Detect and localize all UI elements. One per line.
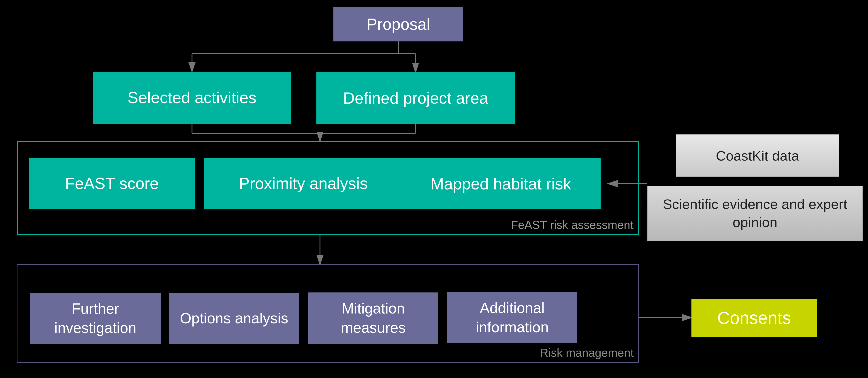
additional-information-box: Additional information <box>447 292 577 343</box>
options-analysis-label: Options analysis <box>180 309 288 328</box>
mapped-habitat-risk-box: Mapped habitat risk <box>401 158 600 209</box>
further-investigation-box: Further investigation <box>30 293 161 344</box>
consents-label: Consents <box>717 308 791 328</box>
scientific-evidence-label: Scientific evidence and expert opinion <box>648 195 862 231</box>
mitigation-measures-box: Mitigation measures <box>308 292 438 344</box>
feast-score-box: FeAST score <box>29 158 195 209</box>
mapped-habitat-risk-label: Mapped habitat risk <box>431 175 571 193</box>
defined-project-area-label: Defined project area <box>343 89 488 107</box>
selected-activities-box: Selected activities <box>93 72 291 124</box>
diagram-container: Proposal Selected activities Defined pro… <box>0 0 868 378</box>
coastkit-data-box: CoastKit data <box>676 134 839 177</box>
feast-score-label: FeAST score <box>65 174 159 193</box>
consents-box: Consents <box>691 299 817 337</box>
proximity-analysis-label: Proximity analysis <box>239 174 368 193</box>
proposal-box: Proposal <box>333 7 463 41</box>
defined-project-area-box: Defined project area <box>316 72 515 124</box>
risk-management-label: Risk management <box>540 346 634 359</box>
feast-risk-assessment-label: FeAST risk assessment <box>511 218 633 232</box>
further-investigation-label: Further investigation <box>30 299 161 338</box>
coastkit-data-label: CoastKit data <box>716 148 799 164</box>
proposal-label: Proposal <box>367 15 430 33</box>
selected-activities-label: Selected activities <box>128 88 256 107</box>
scientific-evidence-box: Scientific evidence and expert opinion <box>647 186 863 241</box>
mitigation-measures-label: Mitigation measures <box>308 299 438 338</box>
additional-information-label: Additional information <box>447 298 577 337</box>
options-analysis-box: Options analysis <box>169 293 299 344</box>
proximity-analysis-box: Proximity analysis <box>204 158 402 209</box>
